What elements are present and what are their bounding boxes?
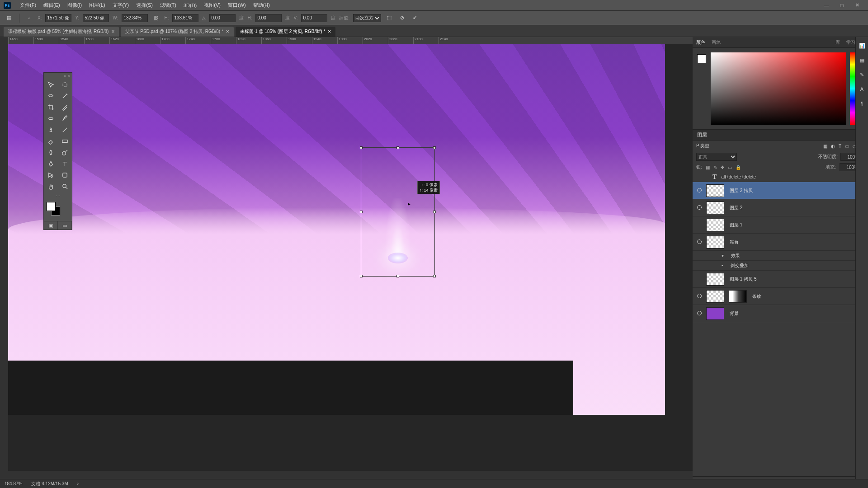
- marquee-tool[interactable]: [58, 79, 72, 90]
- canvas-workspace[interactable]: →: 0 像素 ↑: 14 像素 ▸: [8, 44, 693, 471]
- lock-artboard-icon[interactable]: ▭: [728, 165, 732, 170]
- doc-tab-1[interactable]: 父亲节 PSD.psd @ 107% (椭圆 2 拷贝, RGB/8) *×: [121, 27, 233, 37]
- lock-paint-icon[interactable]: ✎: [713, 165, 717, 170]
- commit-transform-icon[interactable]: ✔: [410, 14, 419, 23]
- move-tool[interactable]: [44, 79, 58, 90]
- vskew-input[interactable]: [301, 14, 327, 22]
- lock-position-icon[interactable]: ✥: [721, 165, 724, 170]
- handle-top-left[interactable]: [360, 146, 363, 149]
- zoom-level[interactable]: 184.87%: [5, 481, 22, 486]
- menu-layer[interactable]: 图层(L): [85, 2, 108, 9]
- handle-top-mid[interactable]: [396, 146, 399, 149]
- chevron-right-icon[interactable]: ›: [77, 481, 79, 486]
- layer-mask-thumb[interactable]: [729, 290, 747, 303]
- shape-tool[interactable]: [58, 169, 72, 181]
- doc-tab-2[interactable]: 未标题-1 @ 185% (图层 2 拷贝, RGB/8#) *×: [236, 27, 336, 37]
- dodge-tool[interactable]: [58, 147, 72, 158]
- transform-icon[interactable]: ▦: [5, 14, 14, 23]
- eraser-tool[interactable]: [44, 136, 58, 147]
- eyedropper-tool[interactable]: [58, 102, 72, 113]
- menu-filter[interactable]: 滤镜(T): [156, 2, 180, 9]
- color-field[interactable]: [711, 52, 846, 125]
- transform-bounding-box[interactable]: [361, 147, 435, 277]
- screen-mode-full-icon[interactable]: ▭: [58, 221, 72, 230]
- layer-fx-row[interactable]: ▾效果: [693, 251, 868, 261]
- visibility-toggle[interactable]: [695, 311, 703, 316]
- crop-tool[interactable]: [44, 102, 58, 113]
- filter-pixel-icon[interactable]: ▦: [823, 144, 827, 149]
- w-input[interactable]: [122, 14, 148, 22]
- filter-adjust-icon[interactable]: ◐: [831, 144, 835, 149]
- handle-bot-mid[interactable]: [396, 275, 399, 277]
- character-icon[interactable]: A: [858, 85, 866, 93]
- fg-color-swatch[interactable]: [697, 54, 706, 63]
- canvas[interactable]: →: 0 像素 ↑: 14 像素 ▸: [8, 44, 665, 415]
- layer-name[interactable]: 图层 2: [730, 205, 742, 211]
- study-tab[interactable]: 学习: [846, 39, 855, 46]
- cancel-transform-icon[interactable]: ⊘: [397, 14, 406, 23]
- angle-input[interactable]: [209, 14, 236, 22]
- type-tool[interactable]: [58, 158, 72, 169]
- layer-name[interactable]: 条纹: [752, 293, 761, 300]
- path-select-tool[interactable]: [44, 169, 58, 181]
- interp-select[interactable]: 两次立方: [353, 14, 381, 22]
- menu-file[interactable]: 文件(F): [16, 2, 40, 9]
- menu-window[interactable]: 窗口(W): [224, 2, 250, 9]
- window-maximize[interactable]: □: [835, 1, 849, 9]
- visibility-toggle[interactable]: [695, 294, 703, 299]
- y-input[interactable]: [83, 14, 109, 22]
- h-input[interactable]: [172, 14, 198, 22]
- visibility-toggle[interactable]: [695, 188, 703, 193]
- layer-name[interactable]: 图层 1 拷贝 5: [730, 276, 756, 282]
- stamp-tool[interactable]: [44, 124, 58, 136]
- pen-tool[interactable]: [44, 158, 58, 169]
- layer-list[interactable]: 图层 2 拷贝图层 2图层 1舞台fx ▾▾效果•斜交叠加图层 1 拷贝 5条纹…: [693, 182, 868, 476]
- hskew-input[interactable]: [255, 14, 282, 22]
- visibility-toggle[interactable]: [695, 205, 703, 211]
- layer-thumb[interactable]: [706, 307, 724, 320]
- gradient-tool[interactable]: [58, 136, 72, 147]
- color-tab[interactable]: 颜色: [696, 39, 705, 46]
- filter-type-label[interactable]: P 类型: [696, 143, 709, 149]
- paragraph-icon[interactable]: ¶: [858, 99, 866, 108]
- brush-tool[interactable]: [58, 113, 72, 124]
- layer-name[interactable]: 背景: [730, 310, 739, 317]
- menu-image[interactable]: 图像(I): [64, 2, 85, 9]
- layer-thumb[interactable]: [706, 290, 724, 303]
- layer-name[interactable]: 图层 2 拷贝: [730, 188, 753, 194]
- close-icon[interactable]: ×: [226, 28, 229, 35]
- layer-thumb[interactable]: [706, 184, 724, 197]
- layer-row[interactable]: 图层 2 拷贝: [693, 182, 868, 199]
- doc-size[interactable]: 文档:4.12M/15.3M: [31, 481, 68, 487]
- warp-icon[interactable]: ⬚: [385, 14, 394, 23]
- layer-row[interactable]: 图层 2: [693, 199, 868, 216]
- layer-name[interactable]: 舞台: [730, 239, 739, 245]
- foreground-color[interactable]: [47, 202, 56, 211]
- close-icon[interactable]: ×: [328, 28, 331, 35]
- reference-point-icon[interactable]: ▫: [25, 14, 34, 23]
- layer-row[interactable]: 舞台fx ▾: [693, 234, 868, 251]
- more-tools[interactable]: ⋯: [44, 192, 72, 200]
- menu-select[interactable]: 选择(S): [132, 2, 156, 9]
- lasso-tool[interactable]: [44, 90, 58, 102]
- brushes-icon[interactable]: ✎: [858, 70, 866, 79]
- lock-transparent-icon[interactable]: ▦: [706, 165, 710, 170]
- lock-all-icon[interactable]: 🔒: [736, 165, 741, 170]
- window-close[interactable]: ✕: [850, 1, 864, 9]
- menu-type[interactable]: 文字(Y): [109, 2, 133, 9]
- filter-shape-icon[interactable]: ▭: [845, 144, 849, 149]
- x-input[interactable]: [45, 14, 71, 22]
- handle-mid-right[interactable]: [433, 211, 436, 213]
- blur-tool[interactable]: [44, 147, 58, 158]
- menu-3d[interactable]: 3D(D): [180, 3, 200, 8]
- layer-name[interactable]: 图层 1: [730, 222, 742, 228]
- collapse-icon[interactable]: «: [64, 74, 66, 78]
- window-minimize[interactable]: —: [819, 1, 834, 9]
- link-wh-icon[interactable]: ⛓: [151, 14, 160, 23]
- handle-top-right[interactable]: [433, 146, 436, 149]
- layer-row[interactable]: 图层 1: [693, 216, 868, 234]
- layer-row[interactable]: 图层 1 拷贝 5: [693, 271, 868, 288]
- zoom-tool[interactable]: [58, 181, 72, 192]
- blend-mode-select[interactable]: 正常: [696, 153, 737, 161]
- healing-tool[interactable]: [44, 113, 58, 124]
